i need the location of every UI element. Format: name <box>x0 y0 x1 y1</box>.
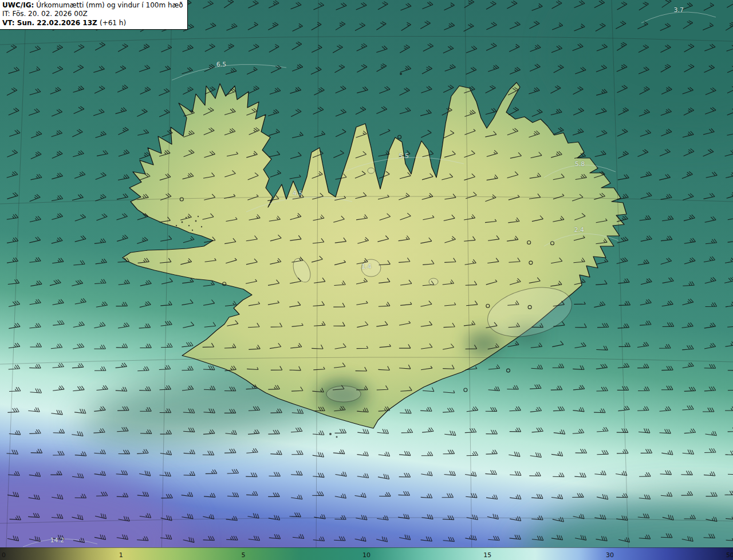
precip-max-southeast <box>466 331 502 356</box>
colorbar-tick-label: 10 <box>362 552 371 558</box>
init-time: Fös. 20. 02. 2026 00Z <box>12 10 87 18</box>
valid-label: VT: <box>2 19 15 27</box>
map-title-box: UWC/IG: Úrkomumætti (mm) og vindur í 100… <box>0 0 188 30</box>
title-line-1: UWC/IG: Úrkomumætti (mm) og vindur í 100… <box>2 1 183 10</box>
title-line-valid: VT: Sun. 22.02.2026 13Z (+61 h) <box>2 19 183 27</box>
colorbar-tick-label: 50 <box>726 552 733 558</box>
title-line-init: IT: Fös. 20. 02. 2026 00Z <box>2 10 183 18</box>
colorbar-tick-label: 15 <box>483 552 491 558</box>
valid-offset: (+61 h) <box>100 19 126 27</box>
model-label: UWC/IG: <box>2 1 34 9</box>
precipitation-wind-map <box>0 0 733 560</box>
colorbar: 01510153050 <box>0 547 733 560</box>
colorbar-tick-label: 5 <box>241 552 245 558</box>
colorbar-tick-label: 1 <box>119 552 123 558</box>
map-title: Úrkomumætti (mm) og vindur í 100m hæð <box>36 1 183 9</box>
valid-time: Sun. 22.02.2026 13Z <box>17 19 97 27</box>
colorbar-tick-label: 30 <box>606 552 614 558</box>
colorbar-tick-label: 0 <box>2 552 6 558</box>
init-label: IT: <box>2 10 10 18</box>
